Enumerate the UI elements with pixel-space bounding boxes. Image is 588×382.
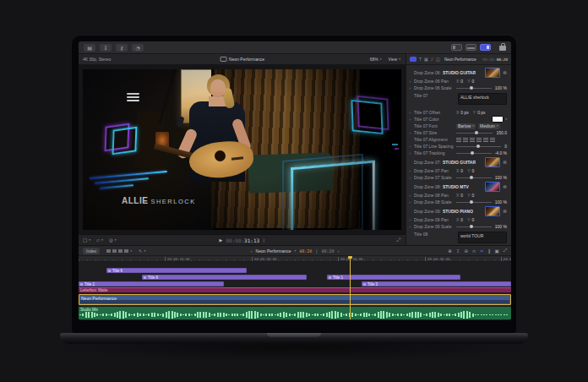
- video-canvas[interactable]: ALLIE SHERLOCK: [83, 69, 401, 230]
- timeline-toggle-button[interactable]: [466, 44, 476, 51]
- import-icon[interactable]: ↧: [100, 44, 112, 52]
- keyframe-icon[interactable]: +: [409, 131, 411, 135]
- title-clip[interactable]: Title 2: [79, 281, 224, 286]
- param-value[interactable]: -4.0 %: [495, 150, 507, 156]
- keyframe-icon[interactable]: +: [409, 111, 411, 115]
- title-text-field[interactable]: world TOUR: [458, 232, 507, 243]
- title-text-field[interactable]: ALLIE sherlock: [458, 93, 507, 105]
- title-clip[interactable]: Title 1: [327, 275, 460, 280]
- x-value-field[interactable]: 0: [460, 193, 463, 198]
- tab-audio-inspector[interactable]: ♪: [431, 57, 433, 62]
- param-value[interactable]: 100 %: [495, 224, 507, 229]
- font-weight-select[interactable]: Medium ▾: [478, 123, 500, 129]
- keyframe-icon[interactable]: +: [409, 117, 411, 122]
- index-button[interactable]: Index: [83, 248, 100, 254]
- distort-tool-button[interactable]: ◎ ▾: [109, 237, 117, 243]
- justify-left-button[interactable]: [483, 138, 488, 142]
- chevron-down-icon[interactable]: ▾: [295, 249, 297, 253]
- dropzone-thumbnail[interactable]: [485, 157, 500, 167]
- fullscreen-icon[interactable]: ⤢: [396, 237, 400, 243]
- insert-icon[interactable]: ↧: [456, 248, 460, 254]
- snapping-icon[interactable]: ≈: [480, 248, 484, 254]
- background-tasks-icon[interactable]: ◔: [132, 44, 144, 52]
- keyframe-icon[interactable]: +: [409, 194, 411, 198]
- overwrite-icon[interactable]: ⊖: [464, 248, 468, 254]
- clear-dropzone-icon[interactable]: ⊗: [503, 159, 507, 165]
- param-value[interactable]: 100 %: [495, 175, 507, 180]
- size-slider[interactable]: [456, 133, 493, 134]
- dropzone-thumbnail[interactable]: [485, 206, 500, 216]
- scale-slider[interactable]: [456, 88, 492, 89]
- lock-icon[interactable]: [499, 46, 506, 51]
- color-swatch[interactable]: [492, 116, 504, 123]
- tracking-slider[interactable]: [456, 153, 492, 154]
- effects-browser-icon[interactable]: ▣: [494, 248, 498, 254]
- keyframe-icon[interactable]: +: [409, 79, 411, 84]
- play-button[interactable]: ▶: [220, 237, 223, 243]
- scale-slider[interactable]: [456, 177, 492, 178]
- audio-meters-icon[interactable]: ‖: [488, 248, 491, 254]
- current-timecode[interactable]: 00:00:31:13: [226, 237, 259, 243]
- y-value-field[interactable]: 0: [471, 168, 474, 173]
- title-clip[interactable]: Title 8: [142, 275, 307, 280]
- keyframe-icon[interactable]: +: [409, 218, 411, 222]
- clear-dropzone-icon[interactable]: ⊗: [503, 69, 507, 75]
- justify-right-button[interactable]: [490, 138, 495, 142]
- appearance-icon[interactable]: [124, 249, 128, 253]
- tab-info-inspector[interactable]: ⓘ: [436, 57, 440, 62]
- connect-icon[interactable]: ∩: [472, 248, 476, 254]
- keyframe-icon[interactable]: +: [409, 151, 411, 156]
- title-clip[interactable]: Title 3: [362, 281, 511, 286]
- playhead[interactable]: [350, 256, 351, 319]
- zoom-level-dropdown[interactable]: 68% ▾: [370, 57, 382, 62]
- title-clip[interactable]: Title 6: [106, 268, 247, 273]
- line-spacing-slider[interactable]: [456, 146, 501, 147]
- pointer-tool-icon[interactable]: ↖: [139, 248, 143, 254]
- keyframe-icon[interactable]: +: [409, 225, 411, 229]
- audio-clip[interactable]: Studio Mix: [79, 307, 511, 319]
- clear-dropzone-icon[interactable]: ⊗: [503, 183, 507, 189]
- timeline-ruler[interactable]: 00:00:10:00 00:00:20:00 00:00:30:00 00:0…: [79, 256, 511, 262]
- keyframe-icon[interactable]: +: [409, 176, 411, 180]
- keyframe-icon[interactable]: +: [409, 145, 411, 149]
- y-value-field[interactable]: 0 px: [477, 110, 485, 115]
- letterbox-clip[interactable]: Letterbox: Matte: [79, 287, 511, 292]
- sidebar-icon[interactable]: ▤: [84, 44, 95, 52]
- align-right-button[interactable]: [470, 138, 475, 142]
- audio-meters-icon[interactable]: ‖: [263, 238, 264, 243]
- x-value-field[interactable]: 0: [460, 168, 463, 173]
- y-value-field[interactable]: 0: [471, 217, 474, 222]
- scale-slider[interactable]: [456, 202, 492, 203]
- previous-project-icon[interactable]: ‹: [251, 248, 253, 254]
- crop-tool-button[interactable]: ▱ ▾: [96, 237, 103, 243]
- param-value[interactable]: 150.0: [496, 130, 507, 135]
- view-dropdown[interactable]: View ▾: [388, 57, 400, 62]
- tab-title-inspector[interactable]: T: [419, 57, 422, 62]
- appearance-icon[interactable]: [118, 249, 122, 253]
- fullscreen-icon[interactable]: ⤢: [504, 248, 507, 254]
- chevron-down-icon[interactable]: ▾: [130, 249, 132, 253]
- inspector-toggle-button[interactable]: [480, 44, 491, 51]
- x-value-field[interactable]: 0: [460, 217, 463, 222]
- chevron-down-icon[interactable]: ▾: [505, 117, 507, 121]
- font-family-select[interactable]: Barlow ▾: [456, 123, 476, 129]
- align-left-button[interactable]: [456, 138, 461, 142]
- chevron-down-icon[interactable]: ▾: [144, 249, 146, 253]
- param-value[interactable]: 100 %: [495, 85, 507, 90]
- tab-generator-inspector[interactable]: ▦: [424, 57, 428, 62]
- append-icon[interactable]: ⊕: [448, 248, 452, 254]
- param-value[interactable]: 100 %: [495, 199, 507, 205]
- x-value-field[interactable]: 0 px: [460, 110, 468, 115]
- next-project-icon[interactable]: ›: [337, 248, 339, 254]
- main-video-clip-selected[interactable]: Neon Performance: [79, 294, 511, 305]
- browser-toggle-button[interactable]: [451, 44, 462, 51]
- keyword-icon[interactable]: ⚷: [116, 44, 128, 52]
- dropzone-thumbnail[interactable]: [485, 182, 500, 192]
- y-value-field[interactable]: 0: [471, 79, 474, 84]
- justify-button[interactable]: [476, 138, 482, 142]
- x-value-field[interactable]: 0: [460, 79, 463, 84]
- tab-video-inspector[interactable]: [410, 57, 416, 62]
- param-value[interactable]: 0: [504, 144, 507, 149]
- timeline-project-name[interactable]: Neon Performance: [256, 248, 291, 254]
- clear-dropzone-icon[interactable]: ⊗: [503, 208, 507, 214]
